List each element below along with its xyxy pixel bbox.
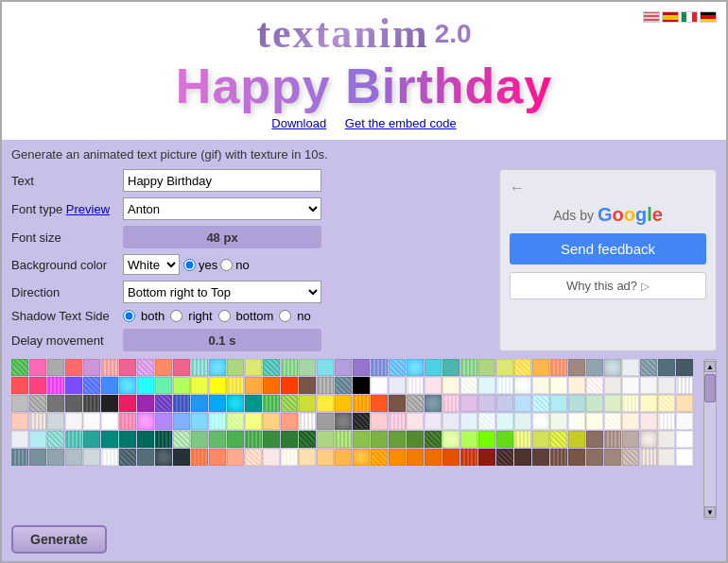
texture-cell[interactable]: [155, 413, 172, 430]
texture-cell[interactable]: [101, 359, 118, 376]
texture-cell[interactable]: [191, 413, 208, 430]
texture-cell[interactable]: [191, 359, 208, 376]
texture-cell[interactable]: [353, 359, 370, 376]
texture-cell[interactable]: [353, 413, 370, 430]
texture-cell[interactable]: [47, 431, 64, 448]
texture-cell[interactable]: [335, 431, 352, 448]
send-feedback-button[interactable]: Send feedback: [510, 233, 706, 264]
font-preview-link[interactable]: Preview: [66, 202, 110, 216]
texture-scrollbar[interactable]: ▲ ▼: [703, 359, 717, 520]
texture-cell[interactable]: [496, 395, 513, 412]
texture-cell[interactable]: [550, 377, 567, 394]
texture-cell[interactable]: [83, 449, 100, 466]
texture-cell[interactable]: [137, 449, 154, 466]
texture-cell[interactable]: [676, 449, 693, 466]
texture-cell[interactable]: [658, 359, 675, 376]
texture-cell[interactable]: [407, 431, 424, 448]
texture-cell[interactable]: [496, 449, 513, 466]
texture-cell[interactable]: [514, 431, 531, 448]
texture-cell[interactable]: [281, 413, 298, 430]
texture-cell[interactable]: [514, 449, 531, 466]
texture-cell[interactable]: [173, 449, 190, 466]
texture-cell[interactable]: [83, 431, 100, 448]
texture-cell[interactable]: [83, 395, 100, 412]
texture-cell[interactable]: [622, 395, 639, 412]
texture-cell[interactable]: [101, 413, 118, 430]
texture-cell[interactable]: [604, 413, 621, 430]
texture-cell[interactable]: [514, 359, 531, 376]
flag-es[interactable]: [662, 11, 679, 23]
texture-cell[interactable]: [11, 413, 28, 430]
texture-cell[interactable]: [281, 431, 298, 448]
texture-cell[interactable]: [586, 377, 603, 394]
texture-cell[interactable]: [137, 413, 154, 430]
texture-cell[interactable]: [442, 359, 459, 376]
texture-cell[interactable]: [425, 395, 442, 412]
texture-cell[interactable]: [371, 449, 388, 466]
flag-us[interactable]: [643, 11, 660, 23]
texture-cell[interactable]: [676, 377, 693, 394]
texture-cell[interactable]: [227, 431, 244, 448]
texture-cell[interactable]: [335, 395, 352, 412]
texture-cell[interactable]: [496, 359, 513, 376]
texture-cell[interactable]: [460, 413, 477, 430]
texture-cell[interactable]: [11, 359, 28, 376]
texture-cell[interactable]: [478, 413, 495, 430]
texture-cell[interactable]: [11, 431, 28, 448]
texture-cell[interactable]: [65, 449, 82, 466]
bgcolor-no-radio[interactable]: [220, 259, 233, 271]
texture-cell[interactable]: [568, 413, 585, 430]
texture-cell[interactable]: [658, 431, 675, 448]
texture-cell[interactable]: [263, 449, 280, 466]
texture-cell[interactable]: [532, 449, 549, 466]
texture-cell[interactable]: [335, 449, 352, 466]
texture-cell[interactable]: [622, 449, 639, 466]
texture-cell[interactable]: [532, 395, 549, 412]
texture-cell[interactable]: [371, 359, 388, 376]
texture-cell[interactable]: [299, 377, 316, 394]
texture-cell[interactable]: [209, 449, 226, 466]
texture-cell[interactable]: [442, 395, 459, 412]
texture-cell[interactable]: [622, 377, 639, 394]
texture-cell[interactable]: [532, 431, 549, 448]
texture-cell[interactable]: [281, 377, 298, 394]
texture-cell[interactable]: [173, 377, 190, 394]
texture-cell[interactable]: [119, 431, 136, 448]
texture-cell[interactable]: [604, 449, 621, 466]
texture-cell[interactable]: [335, 413, 352, 430]
texture-cell[interactable]: [478, 377, 495, 394]
texture-cell[interactable]: [478, 359, 495, 376]
texture-cell[interactable]: [137, 377, 154, 394]
texture-cell[interactable]: [317, 395, 334, 412]
texture-cell[interactable]: [101, 431, 118, 448]
texture-cell[interactable]: [29, 413, 46, 430]
texture-cell[interactable]: [460, 377, 477, 394]
texture-cell[interactable]: [568, 449, 585, 466]
texture-cell[interactable]: [604, 377, 621, 394]
texture-cell[interactable]: [173, 359, 190, 376]
download-link[interactable]: Download: [271, 116, 326, 130]
texture-cell[interactable]: [371, 377, 388, 394]
texture-cell[interactable]: [586, 359, 603, 376]
texture-cell[interactable]: [622, 359, 639, 376]
texture-cell[interactable]: [550, 359, 567, 376]
texture-cell[interactable]: [29, 395, 46, 412]
texture-cell[interactable]: [47, 449, 64, 466]
texture-cell[interactable]: [514, 377, 531, 394]
texture-cell[interactable]: [29, 431, 46, 448]
texture-cell[interactable]: [353, 449, 370, 466]
texture-cell[interactable]: [155, 395, 172, 412]
texture-cell[interactable]: [550, 449, 567, 466]
texture-cell[interactable]: [155, 377, 172, 394]
texture-cell[interactable]: [317, 431, 334, 448]
font-select[interactable]: Anton: [123, 197, 321, 220]
texture-cell[interactable]: [407, 395, 424, 412]
texture-cell[interactable]: [299, 449, 316, 466]
texture-cell[interactable]: [317, 377, 334, 394]
texture-cell[interactable]: [227, 377, 244, 394]
texture-cell[interactable]: [173, 413, 190, 430]
texture-cell[interactable]: [658, 449, 675, 466]
texture-cell[interactable]: [371, 413, 388, 430]
texture-cell[interactable]: [263, 359, 280, 376]
texture-cell[interactable]: [29, 359, 46, 376]
